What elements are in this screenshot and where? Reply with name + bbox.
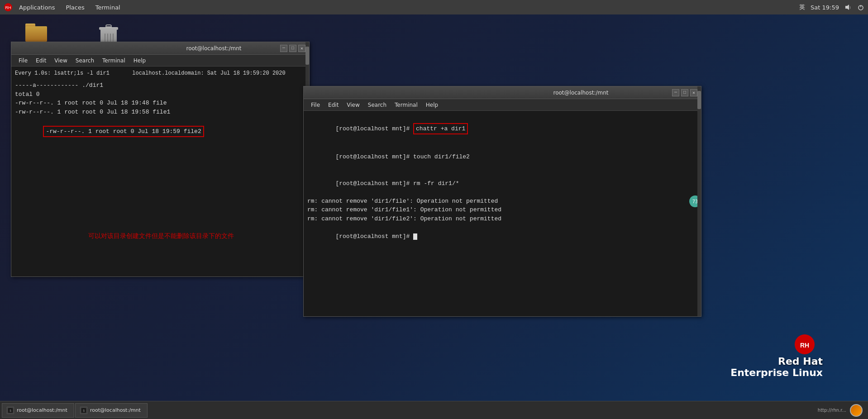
top-menubar: RH Applications Places Terminal 英 Sat 19… (0, 0, 868, 14)
watch-header: Every 1.0s: lsattr;ls -l dir1 localhost.… (15, 69, 305, 77)
taskbar-right: http://rhn.r... (818, 404, 866, 417)
taskbar-item-1[interactable]: $ root@localhost:/mnt (2, 403, 74, 418)
minimize-button-1[interactable]: ─ (280, 45, 287, 52)
rhel-line2: Enterprise Linux (730, 367, 823, 378)
cmd-touch: [root@localhost mnt]# touch dir1/file2 (307, 144, 697, 171)
terminal-2-content: [root@localhost mnt]# chattr +a dir1 [ro… (304, 111, 701, 316)
places-menu[interactable]: Places (61, 2, 89, 13)
terminal-2-menubar: File Edit View Search Terminal Help (304, 99, 701, 111)
prompt-2: [root@localhost mnt]# (335, 153, 413, 160)
cursor-block (413, 233, 417, 240)
close-button-2[interactable]: ✕ (690, 89, 697, 96)
menu-view-2[interactable]: View (343, 101, 363, 109)
cmd-rm-text: rm -fr dir1/* (413, 180, 459, 187)
highlighted-file2-line: -rw-r--r--. 1 root root 0 Jul 18 19:59 f… (43, 126, 204, 138)
svg-text:$: $ (83, 409, 85, 413)
svg-marker-2 (845, 5, 849, 10)
prompt-3: [root@localhost mnt]# (335, 180, 413, 187)
minimize-button-2[interactable]: ─ (672, 89, 679, 96)
terminal-2-titlebar[interactable]: root@localhost:/mnt ─ □ ✕ (304, 86, 701, 99)
volume-icon[interactable]: ) (844, 4, 852, 11)
menu-file-2[interactable]: File (307, 101, 324, 109)
file-line-3: -rw-r--r--. 1 root root 0 Jul 18 19:59 f… (15, 116, 305, 147)
taskbar-icon-1: $ (7, 407, 14, 414)
cmd-chattr-text: chattr +a dir1 (413, 123, 468, 135)
menu-search-2[interactable]: Search (364, 101, 390, 109)
terminal-2-title: root@localhost:/mnt (490, 90, 672, 96)
maximize-button-2[interactable]: □ (681, 89, 688, 96)
taskbar-icon-2: $ (80, 407, 87, 414)
power-icon[interactable] (857, 4, 864, 11)
terminal-1-menubar: File Edit View Search Terminal Help (11, 55, 309, 67)
terminal-window-2: root@localhost:/mnt ─ □ ✕ File Edit View… (303, 86, 701, 317)
prompt-cursor: [root@localhost mnt]# (307, 223, 697, 250)
cmd-chattr: [root@localhost mnt]# chattr +a dir1 (307, 114, 697, 144)
error-3: rm: cannot remove 'dir1/file2': Operatio… (307, 214, 697, 224)
rhel-branding: RH Red Hat Enterprise Linux (730, 329, 823, 378)
error-2: rm: cannot remove 'dir1/file1': Operatio… (307, 205, 697, 214)
file-line-1: -rw-r--r--. 1 root root 0 Jul 18 19:48 f… (15, 99, 305, 108)
menu-terminal-1[interactable]: Terminal (99, 57, 129, 65)
taskbar-item-2[interactable]: $ root@localhost:/mnt (75, 403, 148, 418)
file-line-2: -rw-r--r--. 1 root root 0 Jul 18 19:58 f… (15, 108, 305, 117)
svg-text:RH: RH (5, 5, 11, 10)
close-button-1[interactable]: ✕ (298, 45, 305, 52)
total-line: total 0 (15, 90, 305, 99)
applications-menu[interactable]: Applications (14, 2, 59, 13)
menu-help-2[interactable]: Help (422, 101, 442, 109)
taskbar-url: http://rhn.r... (818, 408, 846, 413)
menu-terminal-2[interactable]: Terminal (391, 101, 421, 109)
terminal-1-content: Every 1.0s: lsattr;ls -l dir1 localhost.… (11, 67, 309, 276)
taskbar-label-2: root@localhost:/mnt (90, 407, 141, 413)
menu-edit-2[interactable]: Edit (324, 101, 342, 109)
lsattr-output: -----a------------ ./dir1 (15, 81, 305, 90)
terminal-1-title: root@localhost:/mnt (148, 45, 280, 52)
language-indicator: 英 (799, 3, 805, 11)
scrollbar-2[interactable] (697, 86, 701, 316)
redhat-logo-icon: RH (4, 3, 13, 12)
prompt-1: [root@localhost mnt]# (335, 125, 413, 132)
menu-view-1[interactable]: View (51, 57, 71, 65)
menu-edit-1[interactable]: Edit (32, 57, 50, 65)
terminal-1-titlebar[interactable]: root@localhost:/mnt ─ □ ✕ (11, 42, 309, 55)
svg-text:$: $ (10, 409, 11, 413)
menu-file-1[interactable]: File (15, 57, 31, 65)
terminal-menu[interactable]: Terminal (91, 2, 125, 13)
annotation-text: 可以对该目录创建文件但是不能删除该目录下的文件 (88, 232, 234, 240)
desktop: root@localhost:/mnt ─ □ ✕ File Edit View… (0, 14, 868, 401)
rhel-logo-icon: RH (787, 329, 823, 356)
taskbar: $ root@localhost:/mnt $ root@localhost:/… (0, 401, 868, 419)
clock: Sat 19:59 (811, 4, 839, 11)
maximize-button-1[interactable]: □ (289, 45, 296, 52)
prompt-4: [root@localhost mnt]# (335, 233, 413, 240)
svg-text:): ) (849, 6, 851, 10)
folder-icon[interactable] (18, 24, 54, 42)
svg-text:RH: RH (800, 342, 809, 349)
rhel-line1: Red Hat (778, 356, 823, 367)
taskbar-label-1: root@localhost:/mnt (17, 407, 67, 413)
error-1: rm: cannot remove 'dir1/file': Operation… (307, 197, 697, 206)
terminal-window-1: root@localhost:/mnt ─ □ ✕ File Edit View… (11, 42, 310, 277)
cmd-rm: [root@localhost mnt]# rm -fr dir1/* (307, 170, 697, 197)
menu-help-1[interactable]: Help (130, 57, 149, 65)
taskbar-avatar[interactable] (850, 404, 863, 417)
menu-search-1[interactable]: Search (72, 57, 98, 65)
cmd-touch-text: touch dir1/file2 (413, 153, 470, 160)
